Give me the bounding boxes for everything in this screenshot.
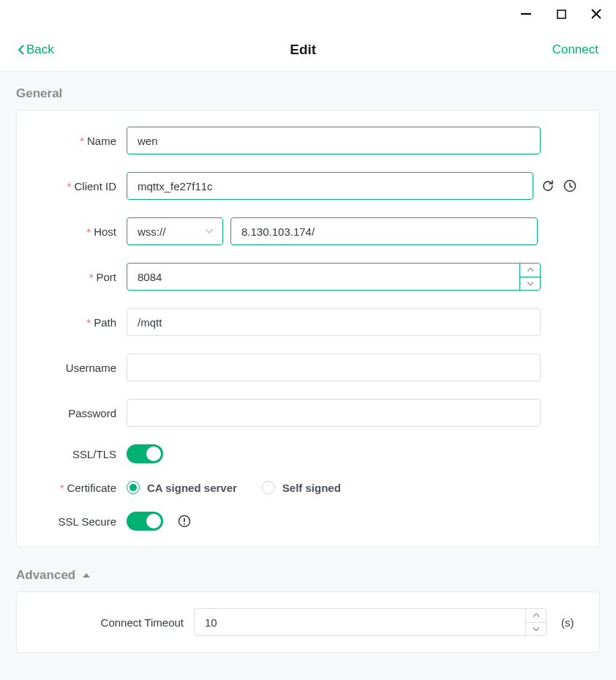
- header-bar: Back Edit Connect: [0, 28, 616, 72]
- label-ssl-tls: SSL/TLS: [33, 448, 127, 460]
- protocol-select[interactable]: wss://: [127, 217, 223, 245]
- radio-ca-label: CA signed server: [147, 482, 237, 494]
- port-step-down[interactable]: [520, 277, 540, 291]
- window-controls: [0, 0, 616, 28]
- info-icon[interactable]: [176, 513, 192, 529]
- row-username: Username: [33, 354, 577, 381]
- label-ssl-secure: SSL Secure: [33, 515, 127, 528]
- label-connect-timeout: Connect Timeout: [33, 616, 194, 629]
- page-title: Edit: [290, 42, 316, 58]
- row-certificate: *Certificate CA signed server Self signe…: [33, 481, 577, 494]
- connect-button[interactable]: Connect: [552, 42, 598, 57]
- client-id-input[interactable]: [127, 172, 533, 200]
- label-host: *Host: [33, 225, 127, 238]
- radio-self-label: Self signed: [282, 482, 341, 494]
- section-title-advanced[interactable]: Advanced: [16, 568, 600, 583]
- back-label: Back: [26, 42, 54, 57]
- history-icon[interactable]: [563, 178, 577, 194]
- minimize-button[interactable]: [519, 7, 533, 20]
- svg-rect-0: [521, 13, 531, 15]
- row-port: *Port: [33, 263, 577, 291]
- port-step-up[interactable]: [520, 264, 540, 277]
- maximize-button[interactable]: [555, 7, 568, 20]
- ssl-secure-toggle[interactable]: [127, 512, 163, 531]
- connect-timeout-input[interactable]: [194, 608, 546, 636]
- name-input[interactable]: [127, 127, 541, 154]
- row-ssl-tls: SSL/TLS: [33, 444, 577, 463]
- svg-rect-1: [557, 10, 566, 18]
- label-port: *Port: [33, 271, 127, 283]
- unit-seconds: (s): [561, 616, 574, 629]
- row-path: *Path: [33, 308, 577, 336]
- username-input[interactable]: [127, 354, 541, 381]
- content-area: General *Name *Client ID *Host: [0, 72, 616, 680]
- path-input[interactable]: [127, 308, 541, 336]
- timeout-step-up[interactable]: [526, 609, 546, 623]
- protocol-value: wss://: [138, 225, 165, 238]
- chevron-left-icon: [18, 45, 25, 55]
- close-button[interactable]: [590, 7, 603, 20]
- port-input[interactable]: [127, 263, 541, 291]
- back-button[interactable]: Back: [18, 42, 54, 57]
- radio-self-signed[interactable]: Self signed: [262, 481, 341, 494]
- row-name: *Name: [33, 127, 577, 154]
- label-name: *Name: [33, 135, 127, 147]
- certificate-radio-group: CA signed server Self signed: [127, 481, 341, 494]
- host-input[interactable]: [230, 217, 538, 245]
- row-ssl-secure: SSL Secure: [33, 512, 577, 531]
- radio-ca-signed[interactable]: CA signed server: [127, 481, 237, 494]
- label-client-id: *Client ID: [33, 180, 127, 193]
- timeout-step-down[interactable]: [526, 623, 546, 636]
- label-certificate: *Certificate: [33, 482, 127, 494]
- refresh-icon[interactable]: [541, 178, 555, 194]
- radio-icon: [127, 481, 140, 494]
- label-password: Password: [33, 407, 127, 419]
- section-title-general: General: [16, 86, 600, 101]
- label-path: *Path: [33, 316, 127, 329]
- label-username: Username: [33, 362, 127, 374]
- row-connect-timeout: Connect Timeout (s): [33, 608, 577, 636]
- ssl-tls-toggle[interactable]: [127, 444, 163, 463]
- row-host: *Host wss://: [33, 217, 577, 245]
- general-card: *Name *Client ID *Host wss://: [16, 110, 600, 548]
- chevron-down-icon: [205, 228, 214, 234]
- advanced-card: Connect Timeout (s): [16, 591, 600, 653]
- svg-point-5: [184, 523, 185, 525]
- chevron-up-icon: [83, 573, 90, 578]
- row-client-id: *Client ID: [33, 172, 577, 200]
- row-password: Password: [33, 399, 577, 427]
- radio-icon: [262, 481, 275, 494]
- password-input[interactable]: [127, 399, 541, 427]
